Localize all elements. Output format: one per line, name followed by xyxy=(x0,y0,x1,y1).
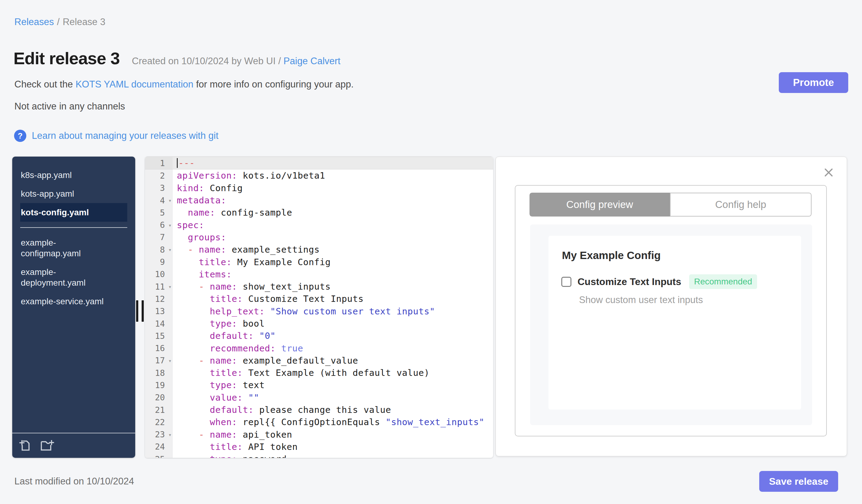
code-line-4[interactable]: 4▾metadata: xyxy=(145,194,493,207)
kots-yaml-docs-link[interactable]: KOTS YAML documentation xyxy=(76,79,193,90)
code-token: items: xyxy=(199,269,232,279)
line-number: 15 xyxy=(145,330,172,342)
line-number: 9 xyxy=(145,256,172,268)
file-sidebar-toolbar xyxy=(12,433,135,458)
text-cursor xyxy=(177,158,178,168)
line-number: 19 xyxy=(145,379,172,391)
code-token: default: xyxy=(210,331,254,341)
add-file-icon[interactable] xyxy=(17,438,32,453)
code-line-18[interactable]: 18 title: Text Example (with default val… xyxy=(145,367,493,379)
code-line-23[interactable]: 23▾ - name: api_token xyxy=(145,428,493,441)
code-line-9[interactable]: 9 title: My Example Config xyxy=(145,256,493,268)
code-line-11[interactable]: 11▾ - name: show_text_inputs xyxy=(145,280,493,293)
code-token xyxy=(177,269,199,279)
add-folder-icon[interactable] xyxy=(39,438,56,453)
code-token: config-sample xyxy=(216,207,292,218)
code-token: help_text: xyxy=(210,306,265,317)
sidebar-resize-handle[interactable] xyxy=(136,300,144,322)
fold-arrow-icon[interactable]: ▾ xyxy=(168,283,172,290)
sidebar-item-example-service.yaml[interactable]: example-service.yaml xyxy=(12,292,135,311)
code-token: title: xyxy=(210,294,243,304)
code-line-12[interactable]: 12 title: Customize Text Inputs xyxy=(145,293,493,305)
line-number: 10 xyxy=(145,268,172,280)
code-token: - xyxy=(199,429,210,440)
sidebar-item-kots-app.yaml[interactable]: kots-app.yaml xyxy=(12,184,135,203)
code-token: metadata: xyxy=(177,195,226,205)
sidebar-item-example-configmap.yaml[interactable]: example-configmap.yaml xyxy=(12,233,135,263)
kots-docs-text-after: for more info on configuring your app. xyxy=(193,79,354,90)
code-text: recommended: true xyxy=(172,342,493,354)
code-line-7[interactable]: 7 groups: xyxy=(145,231,493,243)
resize-bar xyxy=(142,300,144,322)
line-number: 13 xyxy=(145,305,172,317)
code-line-13[interactable]: 13 help_text: "Show custom user text inp… xyxy=(145,305,493,317)
code-token: My Example Config xyxy=(232,257,331,267)
code-token: when: xyxy=(210,417,237,427)
title-row: Edit release 3 Created on 10/10/2024 by … xyxy=(13,48,340,68)
code-token: Customize Text Inputs xyxy=(243,294,364,304)
code-line-8[interactable]: 8▾ - name: example_settings xyxy=(145,243,493,256)
tab-config-help[interactable]: Config help xyxy=(670,193,811,216)
code-text: default: "0" xyxy=(172,330,493,342)
code-token: Text Example (with default value) xyxy=(243,368,430,378)
code-token: please change this value xyxy=(253,404,391,415)
sidebar-item-k8s-app.yaml[interactable]: k8s-app.yaml xyxy=(12,166,135,184)
code-token xyxy=(177,380,210,390)
code-line-22[interactable]: 22 when: repl{{ ConfigOptionEquals "show… xyxy=(145,416,493,428)
config-item-help-text: Show custom user text inputs xyxy=(579,294,703,306)
code-token: value: xyxy=(210,393,243,403)
fold-arrow-icon[interactable]: ▾ xyxy=(168,357,172,363)
git-releases-link[interactable]: Learn about managing your releases with … xyxy=(32,130,218,141)
line-number-text: 6 xyxy=(160,220,165,230)
save-release-button[interactable]: Save release xyxy=(759,471,838,492)
fold-arrow-icon[interactable]: ▾ xyxy=(168,222,172,228)
code-line-25[interactable]: 25 type: password xyxy=(145,453,493,458)
code-line-21[interactable]: 21 default: please change this value xyxy=(145,404,493,416)
code-line-16[interactable]: 16 recommended: true xyxy=(145,342,493,354)
code-line-14[interactable]: 14 type: bool xyxy=(145,317,493,330)
line-number-text: 1 xyxy=(160,158,165,168)
sidebar-item-kots-config.yaml[interactable]: kots-config.yaml xyxy=(20,203,127,222)
code-token xyxy=(177,318,210,329)
code-line-19[interactable]: 19 type: text xyxy=(145,379,493,391)
fold-arrow-icon[interactable]: ▾ xyxy=(168,431,172,438)
code-line-3[interactable]: 3kind: Config xyxy=(145,182,493,194)
customize-text-inputs-checkbox[interactable] xyxy=(561,277,571,287)
sidebar-item-example-deployment.yaml[interactable]: example-deployment.yaml xyxy=(12,263,135,292)
yaml-editor[interactable]: 1---2apiVersion: kots.io/v1beta13kind: C… xyxy=(145,157,493,458)
code-text: title: API token xyxy=(172,441,493,453)
line-number-text: 14 xyxy=(155,319,165,329)
code-text: name: config-sample xyxy=(172,207,493,219)
code-line-1[interactable]: 1--- xyxy=(145,157,493,170)
fold-arrow-icon[interactable]: ▾ xyxy=(168,247,172,253)
code-line-2[interactable]: 2apiVersion: kots.io/v1beta1 xyxy=(145,170,493,182)
code-line-15[interactable]: 15 default: "0" xyxy=(145,330,493,342)
code-line-10[interactable]: 10 items: xyxy=(145,268,493,280)
line-number-text: 11 xyxy=(155,282,165,291)
close-icon[interactable] xyxy=(823,167,835,178)
line-number: 7 xyxy=(145,231,172,243)
code-token xyxy=(177,368,210,378)
promote-button[interactable]: Promote xyxy=(779,72,848,93)
code-token: type: xyxy=(210,380,237,390)
code-token: API token xyxy=(243,442,298,452)
tab-config-preview[interactable]: Config preview xyxy=(530,193,670,216)
code-token: name: xyxy=(199,244,226,255)
code-line-24[interactable]: 24 title: API token xyxy=(145,441,493,453)
fold-arrow-icon[interactable]: ▾ xyxy=(168,197,172,204)
breadcrumb: Releases/Release 3 xyxy=(14,16,105,27)
code-token xyxy=(177,393,210,403)
line-number-text: 22 xyxy=(155,417,165,427)
created-by-link[interactable]: Paige Calvert xyxy=(284,56,340,66)
code-line-20[interactable]: 20 value: "" xyxy=(145,392,493,404)
breadcrumb-releases-link[interactable]: Releases xyxy=(14,16,54,27)
code-line-6[interactable]: 6▾spec: xyxy=(145,219,493,231)
last-modified-text: Last modified on 10/10/2024 xyxy=(14,476,134,487)
code-token: repl{{ ConfigOptionEquals xyxy=(237,417,386,427)
code-line-5[interactable]: 5 name: config-sample xyxy=(145,207,493,219)
code-text: - name: example_settings xyxy=(172,243,493,256)
code-text: - name: api_token xyxy=(172,428,493,441)
edit-release-page: Releases/Release 3 Edit release 3 Create… xyxy=(0,0,862,504)
line-number-text: 15 xyxy=(155,331,165,341)
code-line-17[interactable]: 17▾ - name: example_default_value xyxy=(145,355,493,367)
